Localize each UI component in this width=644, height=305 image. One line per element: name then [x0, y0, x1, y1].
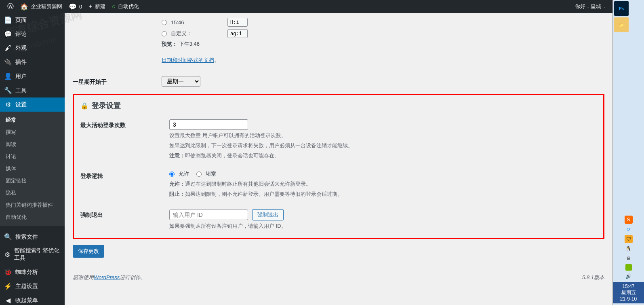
tray-shield-icon[interactable]: 🛡: [625, 235, 633, 243]
time-format-custom-label: 自定义：: [171, 30, 223, 37]
force-logout-label: 强制退出: [80, 209, 169, 231]
search-icon: 🔍: [4, 233, 12, 241]
menu-pages[interactable]: 📄页面: [0, 13, 65, 27]
time-preview-value: 下午3:46: [179, 41, 200, 47]
login-logic-desc1: 允许：通过在达到限制时终止所有其他旧会话来允许新登录。: [169, 180, 597, 189]
collapse-icon: ◀: [4, 297, 12, 304]
sub-general[interactable]: 经常: [0, 114, 65, 126]
wp-adminbar: ⓦ 🏠企业猫资源网 💬0 +新建 ○自动优化 你好，皇城 ·: [0, 0, 612, 13]
time-format-code-1[interactable]: [227, 18, 248, 27]
menu-theme-settings[interactable]: ⚡主题设置: [0, 279, 65, 293]
menu-spider[interactable]: 🐞蜘蛛分析: [0, 265, 65, 279]
login-logic-allow-radio[interactable]: [169, 172, 175, 177]
comment-icon: 💬: [69, 3, 77, 11]
sub-auto-optimize[interactable]: 自动优化: [0, 211, 65, 223]
tray-qq-icon[interactable]: 🐧: [625, 245, 633, 253]
wrench-icon: 🔧: [4, 87, 12, 94]
sub-writing[interactable]: 撰写: [0, 126, 65, 138]
home-icon: 🏠: [20, 3, 28, 11]
menu-settings[interactable]: ⚙设置: [0, 97, 65, 112]
menu-comments[interactable]: 💬评论: [0, 27, 65, 41]
lock-icon: 🔒: [80, 102, 88, 110]
save-changes-button[interactable]: 保存更改: [73, 245, 104, 258]
max-logins-desc3: 注意：即使浏览器关闭，登录会话也可能存在。: [169, 152, 597, 160]
plus-icon: +: [88, 3, 92, 10]
sub-hot-keywords[interactable]: 热门关键词推荐插件: [0, 199, 65, 211]
week-start-select[interactable]: 星期一: [162, 76, 200, 87]
sub-privacy[interactable]: 隐私: [0, 187, 65, 199]
login-logic-desc2: 阻止：如果达到限制，则不允许新登录。用户需要等待旧的登录会话过期。: [169, 190, 597, 199]
wordpress-icon: ⓦ: [7, 2, 14, 11]
taskbar-folder-icon[interactable]: 📁: [614, 17, 629, 32]
slider-icon: ⚙: [4, 101, 12, 108]
login-section-title: 登录设置: [92, 101, 121, 110]
sub-reading[interactable]: 阅读: [0, 138, 65, 150]
max-logins-input[interactable]: [169, 119, 248, 130]
wordpress-link[interactable]: WordPress: [94, 274, 120, 280]
brush-icon: 🖌: [4, 44, 12, 52]
force-logout-desc: 如果要强制从所有设备注销用户，请输入用户 ID。: [169, 222, 597, 231]
datetime-doc-link[interactable]: 日期和时间格式的文档: [162, 57, 214, 63]
tray-monitor-icon[interactable]: 🖥: [625, 254, 633, 263]
comment-icon: 💬: [4, 30, 12, 38]
login-logic-block-radio[interactable]: [196, 172, 202, 177]
plug-icon: 🔌: [4, 58, 12, 66]
adminbar-new[interactable]: +新建: [85, 0, 108, 13]
sub-discussion[interactable]: 讨论: [0, 150, 65, 163]
tray-sogou-icon[interactable]: S: [625, 216, 633, 224]
adminbar-auto-optimize[interactable]: ○自动优化: [109, 0, 143, 13]
max-logins-label: 最大活动登录次数: [80, 119, 169, 160]
user-icon: 👤: [4, 72, 12, 80]
login-logic-allow-label: 允许: [179, 170, 189, 178]
force-logout-button[interactable]: 强制退出: [252, 209, 284, 220]
tray-sync-icon[interactable]: ⟳: [625, 225, 633, 233]
windows-taskbar: Ps 📁 S ⟳ 🛡 🐧 🖥 🔊 15:47 星期五 21-9-10: [612, 0, 644, 305]
footer-thanks: 感谢使用WordPress进行创作。: [73, 274, 146, 281]
menu-tools[interactable]: 🔧工具: [0, 83, 65, 97]
login-logic-block-label: 堵塞: [206, 170, 216, 178]
time-format-radio-1546[interactable]: [162, 20, 167, 25]
login-logic-label: 登录逻辑: [80, 170, 169, 199]
page-icon: 📄: [4, 16, 12, 24]
menu-seo-tool[interactable]: ⚙智能搜索引擎优化工具: [0, 244, 65, 265]
menu-plugins[interactable]: 🔌插件: [0, 55, 65, 69]
menu-appearance[interactable]: 🖌外观: [0, 41, 65, 55]
max-logins-desc1: 设置最大数量 用户帐户可以拥有的活动登录次数。: [169, 131, 597, 140]
sub-permalinks[interactable]: 固定链接: [0, 175, 65, 187]
sub-media[interactable]: 媒体: [0, 163, 65, 175]
time-format-1546-label: 15:46: [171, 19, 223, 25]
login-settings-box: 🔒 登录设置 最大活动登录次数 设置最大数量 用户帐户可以拥有的活动登录次数。 …: [73, 94, 604, 239]
tray-clock[interactable]: 15:47 星期五 21-9-10: [613, 282, 644, 303]
main-content: 15:46 自定义： 预览： 下午3:46 日期和时间格式的文档。 一星期开始于…: [65, 0, 612, 305]
tray-nvidia-icon[interactable]: [625, 264, 632, 271]
time-preview-label: 预览：: [162, 41, 177, 47]
gear-icon: ⚙: [4, 251, 11, 258]
force-logout-input[interactable]: [169, 210, 248, 220]
bug-icon: 🐞: [4, 268, 12, 276]
time-format-code-custom[interactable]: [227, 29, 248, 38]
adminbar-comments[interactable]: 💬0: [65, 0, 85, 13]
settings-submenu: 经常 撰写 阅读 讨论 媒体 固定链接 隐私 热门关键词推荐插件 自动优化: [0, 112, 65, 226]
menu-users[interactable]: 👤用户: [0, 69, 65, 83]
adminbar-greeting[interactable]: 你好，皇城 ·: [572, 0, 608, 13]
time-format-radio-custom[interactable]: [162, 31, 167, 36]
adminbar-site-name[interactable]: 🏠企业猫资源网: [17, 0, 65, 13]
adminbar-wp-logo[interactable]: ⓦ: [4, 0, 17, 13]
tray-volume-icon[interactable]: 🔊: [625, 272, 633, 280]
wp-sidebar: 📄页面 💬评论 🖌外观 🔌插件 👤用户 🔧工具 ⚙设置 经常 撰写 阅读 讨论 …: [0, 13, 65, 305]
menu-collapse[interactable]: ◀收起菜单: [0, 293, 65, 305]
bolt-icon: ⚡: [4, 282, 12, 290]
menu-search-files[interactable]: 🔍搜索文件: [0, 230, 65, 244]
footer-version: 5.8.1版本: [582, 274, 604, 281]
circle-icon: ○: [112, 3, 116, 10]
taskbar-photoshop-icon[interactable]: Ps: [614, 1, 629, 16]
week-start-label: 一星期开始于: [73, 76, 162, 87]
max-logins-desc2: 如果达到此限制，下一次登录请求将失败，用户必须从一台设备注销才能继续。: [169, 142, 597, 150]
